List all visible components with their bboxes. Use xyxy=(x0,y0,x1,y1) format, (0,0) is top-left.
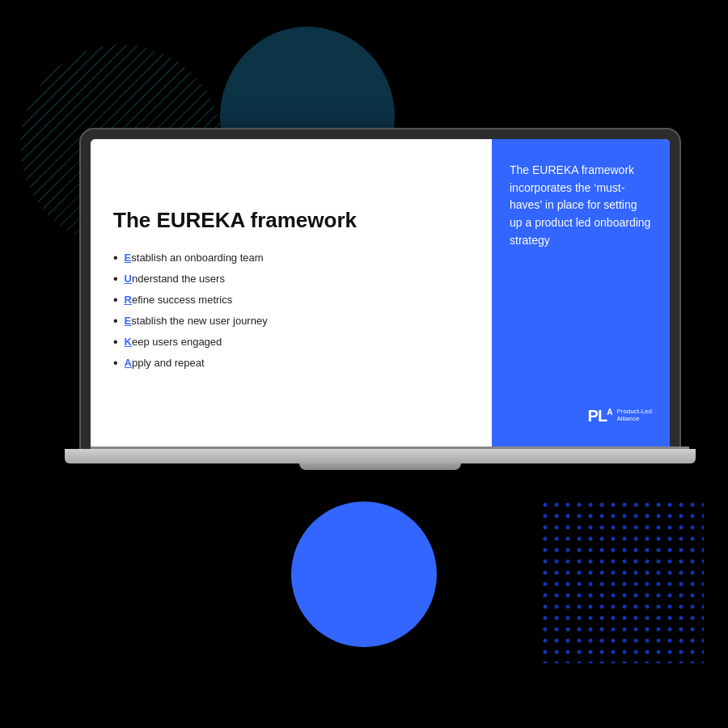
bullet-item-k: Keep users engaged xyxy=(113,336,469,349)
pla-logo-mark: PLA xyxy=(588,408,612,424)
right-panel-text: The EUREKA framework incorporates the ‘m… xyxy=(510,162,652,249)
laptop-screen-outer: The EUREKA framework Establish an onboar… xyxy=(81,129,679,449)
bullet-letter-r: Refine success metrics xyxy=(125,294,233,306)
pla-text-block: Product-Led Alliance xyxy=(616,408,652,423)
slide-right-panel: The EUREKA framework incorporates the ‘m… xyxy=(492,139,670,447)
bullet-list: Establish an onboarding team Understand … xyxy=(113,252,469,378)
laptop: The EUREKA framework Establish an onboar… xyxy=(49,129,712,647)
pla-text-line2: Alliance xyxy=(616,416,652,423)
bullet-letter-a: Apply and repeat xyxy=(125,357,205,369)
bullet-letter-e2: Establish the new user journey xyxy=(125,315,268,327)
bullet-letter-u: Understand the users xyxy=(125,273,225,285)
slide-title: The EUREKA framework xyxy=(113,208,469,233)
slide-container: The EUREKA framework Establish an onboar… xyxy=(91,139,670,447)
bullet-item-a: Apply and repeat xyxy=(113,357,469,370)
bullet-letter-k: Keep users engaged xyxy=(125,336,222,348)
bullet-item-r: Refine success metrics xyxy=(113,294,469,307)
laptop-base xyxy=(65,449,696,463)
slide-left-panel: The EUREKA framework Establish an onboar… xyxy=(91,139,492,447)
bullet-item-u: Understand the users xyxy=(113,273,469,286)
bullet-item-e2: Establish the new user journey xyxy=(113,315,469,328)
bullet-letter-e1: Establish an onboarding team xyxy=(125,252,264,264)
pla-logo: PLA Product-Led Alliance xyxy=(588,408,652,424)
bullet-item-e1: Establish an onboarding team xyxy=(113,252,469,265)
